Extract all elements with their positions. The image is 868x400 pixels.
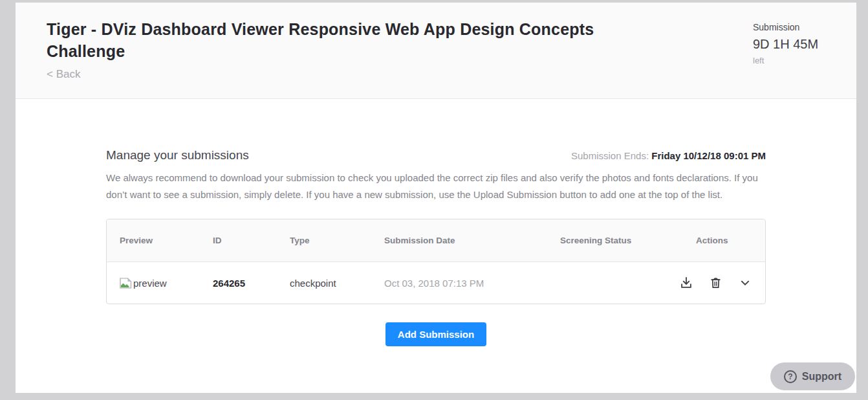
column-header-preview: Preview: [120, 236, 213, 245]
submissions-section: Manage your submissions Submission Ends:…: [16, 99, 781, 346]
support-button[interactable]: ? Support: [770, 362, 855, 390]
add-submission-wrap: Add Submission: [106, 322, 766, 346]
question-mark-icon: ?: [784, 370, 797, 383]
download-icon[interactable]: [678, 274, 695, 291]
submission-type: checkpoint: [290, 278, 384, 289]
back-link[interactable]: < Back: [47, 68, 80, 81]
app-page: Tiger - DViz Dashboard Viewer Responsive…: [16, 3, 856, 393]
support-label: Support: [802, 371, 841, 383]
column-header-id: ID: [213, 236, 290, 245]
submission-countdown: Submission 9D 1H 45M left: [753, 18, 824, 98]
section-head: Manage your submissions Submission Ends:…: [106, 148, 766, 162]
submission-ends: Submission Ends: Friday 10/12/18 09:01 P…: [571, 150, 766, 161]
countdown-time: 9D 1H 45M: [753, 37, 824, 52]
submission-date: Oct 03, 2018 07:13 PM: [384, 278, 560, 289]
column-header-screening-status: Screening Status: [560, 236, 696, 245]
submission-id: 264265: [213, 278, 290, 289]
challenge-header: Tiger - DViz Dashboard Viewer Responsive…: [16, 3, 856, 99]
countdown-suffix: left: [753, 56, 824, 65]
preview-cell[interactable]: preview: [120, 278, 213, 289]
submissions-table: Preview ID Type Submission Date Screenin…: [106, 219, 766, 304]
table-header-row: Preview ID Type Submission Date Screenin…: [107, 219, 765, 262]
column-header-actions: Actions: [696, 236, 765, 245]
trash-icon[interactable]: [708, 274, 724, 291]
countdown-label: Submission: [753, 22, 824, 32]
table-row: preview 264265 checkpoint Oct 03, 2018 0…: [107, 262, 765, 304]
chevron-down-icon[interactable]: [737, 274, 754, 291]
add-submission-button[interactable]: Add Submission: [385, 322, 486, 346]
section-description: We always recommend to download your sub…: [106, 170, 766, 203]
challenge-title: Tiger - DViz Dashboard Viewer Responsive…: [47, 18, 635, 62]
section-title: Manage your submissions: [106, 148, 249, 162]
broken-image-icon: [120, 278, 133, 289]
submission-ends-label: Submission Ends:: [571, 150, 649, 161]
column-header-submission-date: Submission Date: [384, 236, 560, 245]
submission-ends-value: Friday 10/12/18 09:01 PM: [651, 150, 766, 161]
row-actions: [678, 274, 765, 291]
header-left: Tiger - DViz Dashboard Viewer Responsive…: [47, 18, 635, 98]
column-header-type: Type: [290, 236, 384, 245]
preview-alt-text: preview: [133, 278, 167, 289]
